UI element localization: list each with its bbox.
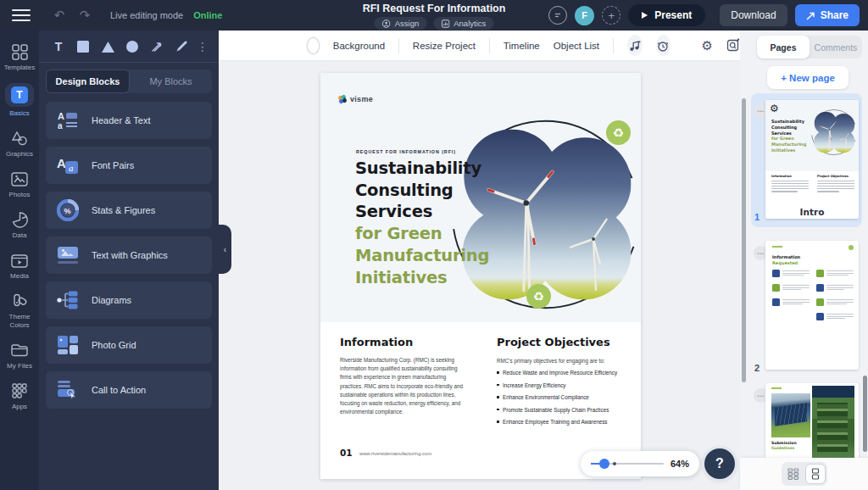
present-button[interactable]: Present [628,4,705,26]
design-block-photo-grid[interactable]: Photo Grid [46,326,212,364]
assign-label: Assign [395,19,420,28]
sidebar-item-basics[interactable]: T Basics [0,78,39,124]
svg-text:a: a [58,121,63,131]
avatar[interactable]: F [575,6,594,25]
design-block-text-with-graphics[interactable]: Text with Graphics [46,237,212,274]
new-page-button[interactable]: + New page [767,66,849,89]
zoom-slider[interactable] [591,463,664,465]
arrow-tool-button[interactable] [146,36,168,57]
page-thumbnail-1[interactable]: ••• ⚙ SustainabilityConsultingServices f… [751,93,862,227]
view-toggle-grid[interactable] [783,464,804,484]
objective-item: Enhance Employee Training and Awareness [497,419,632,425]
sidebar-item-templates[interactable]: Templates [0,37,39,78]
chevron-left-icon: ‹ [224,245,226,254]
block-label: Font Pairs [92,160,134,170]
sidebar-item-my-files[interactable]: My Files [0,336,39,376]
canvas-body[interactable]: ‹ visme ♻ ♻ REQUEST FOR INFORMATION (RFI… [219,61,740,490]
background-color-swatch[interactable] [307,37,320,54]
resize-project-button[interactable]: Resize Project [413,41,476,51]
triangle-tool-button[interactable] [97,36,119,57]
tab-pages[interactable]: Pages [757,36,810,58]
timeline-button[interactable]: Timeline [504,41,540,51]
sidebar-item-label: My Files [7,362,32,370]
timer-button[interactable] [656,35,671,56]
analytics-button[interactable]: Analytics [433,17,493,30]
objectives-heading[interactable]: Project Objectives [497,336,610,348]
t-glyph: T [11,86,28,103]
assign-button[interactable]: Assign [375,17,427,30]
visme-logo: visme [338,95,373,103]
circle-tool-button[interactable] [121,36,143,57]
view-toggle-list[interactable] [805,464,826,484]
download-button[interactable]: Download [720,4,787,26]
undo-icon[interactable]: ↶ [51,8,68,23]
tab-comments[interactable]: Comments [810,36,862,58]
objectives-intro[interactable]: RMC's primary objectives for engaging ar… [497,358,605,364]
preview-button[interactable] [726,38,740,53]
text-tool-button[interactable]: T [47,36,70,57]
comment-icon [553,10,563,20]
comments-button[interactable] [548,6,567,25]
design-block-header-text[interactable]: Aa Header & Text [46,102,212,139]
sidebar-item-apps[interactable]: Apps [0,376,39,417]
project-title[interactable]: RFI Request For Information [363,3,506,14]
objectives-list[interactable]: Reduce Waste and Improve Resource Effici… [497,370,632,432]
background-button[interactable]: Background [333,41,385,51]
title-line-green: for Green [355,223,489,245]
sidebar-item-photos[interactable]: Photos [0,164,39,205]
kebab-icon: ⋮ [197,40,209,53]
tab-label: Design Blocks [56,76,120,86]
timer-icon [657,40,669,52]
block-label: Photo Grid [92,340,136,350]
zoom-slider-handle[interactable] [599,459,609,469]
sidebar-item-data[interactable]: Data [0,205,39,246]
settings-button[interactable]: ⚙ [702,38,713,53]
dots-icon: ••• [758,251,765,256]
info-heading[interactable]: Information [340,336,413,348]
page-number: 1 [754,212,760,222]
hamburger-menu-icon[interactable] [12,9,31,21]
share-arrow-icon [806,11,815,20]
document-title[interactable]: Sustainability Consulting Services for G… [355,158,489,288]
info-paragraph[interactable]: Riverside Manufacturing Corp. (RMC) is s… [340,356,469,416]
design-block-call-to-action[interactable]: Call to Action [46,371,212,409]
music-button[interactable] [627,35,643,56]
design-block-diagrams[interactable]: Diagrams [46,281,212,319]
svg-text:A: A [58,111,64,121]
tab-my-blocks[interactable]: My Blocks [130,70,212,93]
square-tool-button[interactable] [72,36,94,57]
sidebar-item-theme-colors[interactable]: Theme Colors [0,287,39,336]
question-mark-icon: ? [715,456,724,471]
tab-design-blocks[interactable]: Design Blocks [46,70,130,93]
play-icon [642,12,648,19]
svg-text:a: a [69,163,74,173]
block-label: Text with Graphics [92,250,168,260]
thumbnail-view-bar [740,458,868,490]
music-note-icon [629,40,641,52]
pages-scrollbar[interactable] [863,376,867,452]
page-thumbnail-2[interactable]: ••• Information Requested [751,236,862,378]
pen-tool-button[interactable] [170,36,192,57]
sidebar-item-graphics[interactable]: Graphics [0,124,39,164]
objective-item: Increase Energy Efficiency [497,382,632,388]
page-settings-gear-icon[interactable]: ⚙ [770,103,779,114]
more-tools-button[interactable]: ⋮ [197,40,209,53]
redo-icon[interactable]: ↷ [76,8,93,23]
add-collaborator-button[interactable]: + [602,6,620,25]
canvas-scrollbar[interactable] [742,98,746,382]
share-button[interactable]: Share [795,4,860,26]
panel-collapse-handle[interactable]: ‹ [219,225,231,274]
title-line-green: Initiatives [355,267,489,289]
design-blocks-list: Aa Header & Text Aa Font Pairs % Stats &… [39,97,219,414]
square-icon [76,40,90,53]
sidebar-item-media[interactable]: Media [0,246,39,287]
topbar-center-group: RFI Request For Information Assign Analy… [363,3,506,30]
cta-cursor-icon [55,379,81,401]
design-block-font-pairs[interactable]: Aa Font Pairs [46,147,212,184]
design-block-stats-figures[interactable]: % Stats & Figures [46,192,212,229]
text-tool-glyph: T [55,40,63,53]
object-list-button[interactable]: Object List [554,41,599,51]
help-button[interactable]: ? [704,448,735,479]
document-page[interactable]: visme ♻ ♻ REQUEST FOR INFORMATION (RFI) … [320,73,641,479]
rfi-eyebrow[interactable]: REQUEST FOR INFORMATION (RFI) [356,149,456,154]
